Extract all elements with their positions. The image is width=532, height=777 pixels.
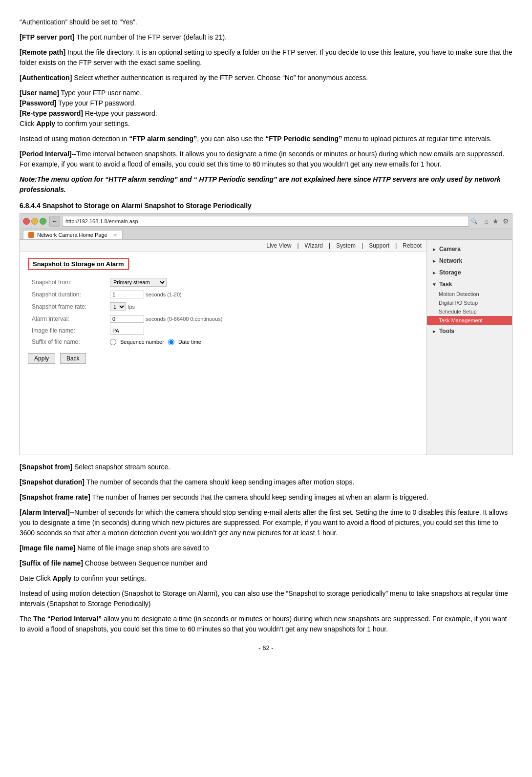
snapshot-from-text: Select snapshot stream source. [72, 463, 170, 471]
period-interval-block: [Period Interval]--Time interval between… [20, 149, 512, 169]
retype-line: [Re-type password] Re-type your password… [20, 108, 512, 119]
image-file-bold: [Image file name] [20, 544, 75, 552]
apply-bold2: Apply [53, 574, 72, 582]
date-click-line: Date Click Apply to confirm your setting… [20, 573, 512, 584]
nav-reboot[interactable]: Reboot [403, 242, 422, 249]
pass-label: [Password] [20, 99, 56, 107]
auth-label: [Authentication] [20, 74, 72, 82]
suffix-datetime-radio[interactable] [168, 339, 174, 345]
image-file-desc: [Image file name] Name of file image sna… [20, 543, 512, 553]
tab-close-icon[interactable]: ✕ [113, 232, 117, 238]
tab-label: Network Camera Home Page [37, 232, 107, 238]
browser-window: ← 🔍 ⌂ ★ ⚙ Network Camera Home Page ✕ Liv… [20, 213, 512, 455]
sidebar-task-tri: ▼ [432, 282, 437, 287]
browser-tabs: Network Camera Home Page ✕ [20, 229, 512, 240]
close-button[interactable] [23, 218, 30, 225]
snapshot-framerate-label: Snapshot frame rate: [28, 300, 106, 313]
suffix-bold: [Suffix of file name] [20, 559, 83, 567]
top-border [20, 10, 512, 12]
sidebar-camera-label: Camera [439, 246, 461, 252]
sidebar-tools-tri: ► [432, 329, 437, 334]
period-interval-desc-block: The The “Period Interval” allow you to d… [20, 614, 512, 634]
http-note: Note:The menu option for “HTTP alarm sen… [20, 174, 512, 195]
ftp-alarm-end: menu to upload pictures at regular time … [342, 135, 492, 143]
sidebar-section-task: ▼ Task Motion Detection Digital I/O Setu… [427, 279, 512, 325]
apply-end: to confirm your settings. [55, 120, 130, 127]
home-icon[interactable]: ⌂ [485, 217, 489, 225]
page-footer: - 62 - [20, 644, 512, 651]
suffix-sequence-label: Sequence number [120, 339, 164, 345]
nav-support[interactable]: Support [369, 242, 389, 249]
auth-text2: Select whether authentication is require… [72, 74, 368, 82]
form-title: Snapshot to Storage on Alarm [33, 260, 124, 268]
snapshot-from-select[interactable]: Primary stream Secondary stream [110, 278, 167, 287]
period-label: [Period Interval] [20, 150, 72, 158]
suffix-datetime-label: Date time [178, 339, 201, 345]
sidebar-header-camera[interactable]: ► Camera [427, 244, 512, 254]
sidebar-network-tri: ► [432, 258, 437, 264]
nav-system[interactable]: System [336, 242, 356, 249]
suffix-radio-group: Sequence number Date time [110, 339, 223, 345]
remote-path-line: [Remote path] Input the file directory. … [20, 47, 512, 68]
apply-bold: Apply [36, 120, 55, 127]
alarm-interval-unit: seconds (0-86400 0:continuous) [146, 316, 222, 322]
form-buttons: Apply Back [28, 353, 419, 364]
search-icon: 🔍 [471, 218, 478, 225]
sidebar-header-storage[interactable]: ► Storage [427, 267, 512, 278]
form-apply-button[interactable]: Apply [28, 353, 55, 364]
minimize-button[interactable] [31, 218, 38, 225]
alarm-interval-bold: [Alarm Interval] [20, 508, 70, 516]
sidebar-item-digital-io[interactable]: Digital I/O Setup [427, 298, 512, 307]
image-filename-input[interactable] [110, 327, 144, 335]
snapshot-framerate-select[interactable]: 123 [110, 302, 126, 311]
nav-liveview[interactable]: Live View [266, 242, 291, 249]
alarm-interval-input[interactable] [110, 315, 144, 323]
sidebar-header-tools[interactable]: ► Tools [427, 326, 512, 336]
nav-wizard[interactable]: Wizard [305, 242, 323, 249]
nav-separator1: | [297, 242, 298, 249]
snapshot-from-desc: [Snapshot from] Select snapshot stream s… [20, 462, 512, 472]
gear-icon[interactable]: ⚙ [503, 217, 509, 225]
snapshot-duration-label: Snapshot duration: [28, 289, 106, 300]
address-input[interactable] [62, 216, 469, 227]
snapshot-framerate-unit: fps [128, 304, 135, 310]
auth-text: “Authentication” should be set to “Yes”. [20, 18, 137, 26]
sidebar-network-label: Network [439, 257, 462, 264]
ftp-periodic-bold: “FTP Periodic sending” [265, 135, 342, 143]
suffix-sequence-radio[interactable] [110, 339, 116, 345]
user-text: Type your FTP user name. [59, 89, 142, 97]
alarm-interval-label: Alarm interval: [28, 313, 106, 325]
snapshot-duration-input[interactable] [110, 291, 144, 298]
alarm-interval-dash: -- [70, 508, 74, 516]
sidebar-item-schedule-setup[interactable]: Schedule Setup [427, 307, 512, 316]
periodic-intro-text: Instead of using motion detection (Snaps… [20, 589, 508, 608]
browser-tab-main[interactable]: Network Camera Home Page ✕ [23, 230, 123, 239]
browser-back-button[interactable]: ← [49, 216, 60, 227]
periodic-intro-block: Instead of using motion detection (Snaps… [20, 588, 512, 609]
sidebar-section-network: ► Network [427, 255, 512, 266]
sidebar-item-motion-detection[interactable]: Motion Detection [427, 290, 512, 298]
credentials-block: [User name] Type your FTP user name. [Pa… [20, 88, 512, 129]
sidebar-tools-label: Tools [439, 328, 454, 335]
pass-line: [Password] Type your FTP password. [20, 98, 512, 108]
ftp-alarm-intro: Instead of using motion detection in [20, 135, 129, 143]
snapshot-fr-bold: [Snapshot frame rate] [20, 493, 90, 501]
form-back-button[interactable]: Back [60, 353, 86, 364]
sidebar-camera-tri: ► [432, 247, 437, 252]
note-italic-text: Note:The menu option for “HTTP alarm sen… [20, 175, 501, 193]
window-buttons [23, 218, 46, 225]
snapshot-dur-text: The number of seconds that the camera sh… [85, 478, 354, 486]
sidebar-header-network[interactable]: ► Network [427, 255, 512, 266]
snapshot-fr-text: The number of frames per seconds that th… [90, 493, 428, 501]
sidebar-storage-label: Storage [439, 269, 461, 276]
snapshot-from-row: Snapshot from: Primary stream Secondary … [28, 276, 227, 289]
tab-favicon [28, 232, 34, 238]
browser-titlebar: ← 🔍 ⌂ ★ ⚙ [20, 214, 512, 229]
maximize-button[interactable] [40, 218, 46, 225]
snapshot-from-label: Snapshot from: [28, 276, 106, 289]
sidebar-item-task-management[interactable]: Task Management [427, 316, 512, 325]
suffix-desc: [Suffix of file name] Choose between Seq… [20, 558, 512, 568]
apply-end2: to confirm your settings. [72, 574, 147, 582]
sidebar-header-task[interactable]: ▼ Task [427, 279, 512, 290]
star-icon[interactable]: ★ [492, 217, 499, 225]
